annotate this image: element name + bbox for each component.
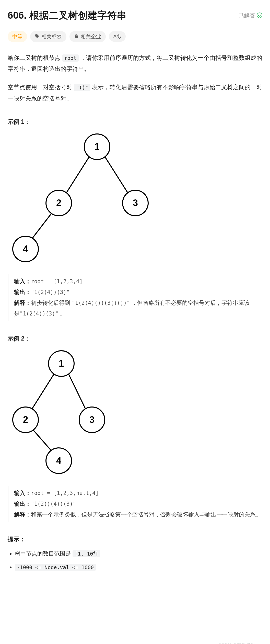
text: 树中节点的数目范围是 <box>15 550 73 557</box>
input-label: 输入： <box>14 490 31 496</box>
text: [1, 10 <box>75 551 93 557</box>
svg-text:1: 1 <box>59 358 64 369</box>
sup: 4 <box>93 550 95 555</box>
example2-tree-diagram: 1234 <box>8 348 262 481</box>
explain-code2: "1(2(4))(3)" <box>20 311 58 317</box>
example1-heading: 示例 1： <box>8 117 262 127</box>
solved-label: 已解答 <box>238 11 255 20</box>
hint-item-1: 树中节点的数目范围是 [1, 104] <box>15 549 262 558</box>
explain-label: 解释： <box>14 511 31 518</box>
tree2-svg: 1234 <box>8 348 115 479</box>
example2-input-row: 输入：root = [1,2,3,null,4] <box>14 488 262 499</box>
svg-line-2 <box>32 213 52 239</box>
svg-line-13 <box>33 430 52 451</box>
output-value: "1(2(4))(3)" <box>31 289 70 295</box>
svg-line-11 <box>32 374 54 409</box>
output-label: 输出： <box>14 289 31 295</box>
output-label: 输出： <box>14 501 31 507</box>
code-paren: "()" <box>74 84 90 91</box>
svg-text:1: 1 <box>95 141 100 152</box>
example1-output-row: 输出："1(2(4))(3)" <box>14 287 262 298</box>
description-p2: 空节点使用一对空括号对 "()" 表示，转化后需要省略所有不影响字符串与原始二叉… <box>8 82 262 104</box>
svg-text:2: 2 <box>56 198 61 208</box>
explain-label: 解释： <box>14 300 31 306</box>
explain-text-a: 初步转化后得到 <box>31 300 72 306</box>
svg-text:3: 3 <box>133 198 138 208</box>
input-value: root = [1,2,3,null,4] <box>31 490 99 496</box>
description-p1: 给你二叉树的根节点 root ，请你采用前序遍历的方式，将二叉树转化为一个由括号… <box>8 52 262 75</box>
explain-text: 和第一个示例类似，但是无法省略第一个空括号对，否则会破坏输入与输出一一映射的关系… <box>31 511 261 518</box>
hints-list: 树中节点的数目范围是 [1, 104] -1000 <= Node.val <=… <box>8 549 262 572</box>
check-circle-icon <box>257 13 262 18</box>
example1-input-row: 输入：root = [1,2,3,4] <box>14 276 262 287</box>
solved-status: 已解答 <box>238 11 262 20</box>
translate-icon: Aあ <box>113 33 121 40</box>
tags-row: 中等 相关标签 相关企业 Aあ <box>8 31 262 42</box>
svg-text:4: 4 <box>56 455 61 466</box>
text: 空节点使用一对空括号对 <box>8 84 74 91</box>
tree1-svg: 1234 <box>8 131 161 267</box>
explain-code: "1(2(4)())(3()())" <box>72 300 130 306</box>
related-tags-label: 相关标签 <box>41 32 62 41</box>
svg-line-1 <box>105 156 128 193</box>
example2-explain-row: 解释：和第一个示例类似，但是无法省略第一个空括号对，否则会破坏输入与输出一一映射… <box>14 509 262 520</box>
example1-explain-row: 解释：初步转化后得到 "1(2(4)())(3()())" ，但省略所有不必要的… <box>14 298 262 319</box>
input-value: root = [1,2,3,4] <box>31 278 83 285</box>
translate-button[interactable]: Aあ <box>109 31 126 42</box>
text: ] <box>95 551 98 557</box>
svg-text:2: 2 <box>23 414 28 425</box>
svg-line-12 <box>68 374 86 409</box>
hints-heading: 提示： <box>8 535 262 544</box>
code-root: root <box>62 54 78 62</box>
hint-item-2: -1000 <= Node.val <= 1000 <box>15 563 262 572</box>
hint2-code: -1000 <= Node.val <= 1000 <box>15 564 96 571</box>
lock-icon <box>74 32 79 41</box>
text: 给你二叉树的根节点 <box>8 54 62 61</box>
example1-tree-diagram: 1234 <box>8 131 262 269</box>
example2-output-row: 输出："1(2()(4))(3)" <box>14 499 262 509</box>
svg-text:3: 3 <box>89 414 95 425</box>
header-row: 606. 根据二叉树创建字符串 已解答 <box>8 8 262 23</box>
related-companies-button[interactable]: 相关企业 <box>69 31 106 42</box>
explain-text-c: 。 <box>58 310 66 317</box>
watermark: CSDN @酷酷学!!! <box>218 642 255 644</box>
output-value: "1(2()(4))(3)" <box>31 501 76 507</box>
input-label: 输入： <box>14 278 31 285</box>
tag-icon <box>35 32 39 41</box>
example2-block: 输入：root = [1,2,3,null,4] 输出："1(2()(4))(3… <box>8 486 262 522</box>
related-tags-button[interactable]: 相关标签 <box>30 31 66 42</box>
page-title: 606. 根据二叉树创建字符串 <box>8 8 126 23</box>
example2-heading: 示例 2： <box>8 334 262 343</box>
related-companies-label: 相关企业 <box>81 32 101 41</box>
svg-line-0 <box>66 156 89 193</box>
difficulty-tag[interactable]: 中等 <box>8 31 27 42</box>
example1-block: 输入：root = [1,2,3,4] 输出："1(2(4))(3)" 解释：初… <box>8 274 262 321</box>
hint1-code: [1, 104] <box>73 550 100 557</box>
svg-text:4: 4 <box>23 244 28 254</box>
